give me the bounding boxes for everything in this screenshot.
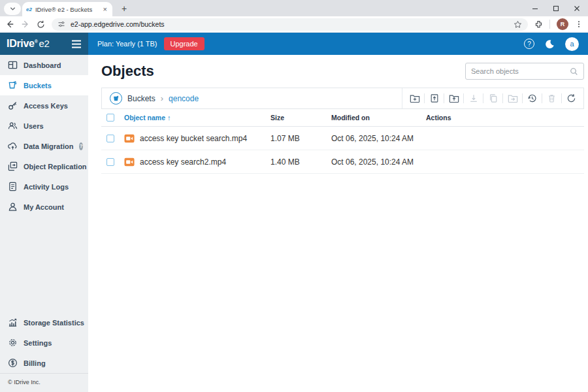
sidebar-item-label: Activity Logs	[24, 183, 69, 191]
sidebar-item-buckets[interactable]: Buckets	[0, 75, 88, 95]
table-header-row: Object name ↑ Size Modified on Actions	[101, 109, 584, 127]
upload-file-button[interactable]	[425, 88, 444, 108]
site-info-icon[interactable]	[57, 20, 65, 28]
breadcrumb-current-bucket[interactable]: qencode	[169, 94, 199, 103]
row-checkbox[interactable]	[106, 135, 114, 142]
reload-button[interactable]	[37, 20, 45, 29]
breadcrumb-separator: ›	[161, 93, 163, 103]
browser-tab-bar: e2 IDrive® e2 - Buckets × +	[0, 0, 588, 16]
url-field[interactable]: e2-app.edgedrive.com/buckets	[52, 18, 528, 31]
gear-icon	[8, 338, 18, 348]
delete-button[interactable]	[542, 88, 561, 108]
upload-folder-button[interactable]	[444, 88, 463, 108]
search-icon[interactable]	[570, 67, 578, 76]
download-button[interactable]	[464, 88, 483, 108]
cloud-migration-icon	[8, 141, 18, 151]
table-row[interactable]: access key search2.mp4 1.40 MB Oct 06, 2…	[101, 150, 584, 174]
move-button[interactable]	[503, 88, 522, 108]
object-name[interactable]: access key search2.mp4	[140, 157, 226, 167]
app-header: IDrive®e2 Plan: Yearly (1 TB) Upgrade ? …	[0, 33, 588, 55]
select-all-checkbox[interactable]	[106, 114, 114, 122]
sidebar-item-access-keys[interactable]: Access Keys	[0, 95, 88, 116]
chevron-down-icon	[10, 6, 16, 12]
refresh-button[interactable]	[562, 88, 581, 108]
breadcrumb-buckets[interactable]: Buckets	[127, 94, 155, 103]
e2-favicon-icon: e2	[26, 7, 32, 12]
url-text: e2-app.edgedrive.com/buckets	[71, 20, 508, 28]
tab-title: IDrive® e2 - Buckets	[35, 6, 99, 13]
window-close-button[interactable]	[574, 5, 580, 12]
main-content: Objects Buckets › qencode	[88, 55, 588, 392]
sidebar-item-activity-logs[interactable]: Activity Logs	[0, 176, 88, 197]
object-size: 1.40 MB	[270, 157, 331, 167]
browser-menu-icon[interactable]	[575, 20, 583, 28]
window-maximize-button[interactable]	[553, 5, 559, 12]
account-avatar[interactable]: a	[565, 37, 579, 51]
sidebar-item-storage-statistics[interactable]: Storage Statistics	[0, 312, 88, 333]
idrive-e2-logo: IDrive®e2	[7, 38, 50, 50]
page-title: Objects	[101, 63, 154, 80]
object-modified: Oct 06, 2025, 10:24 AM	[331, 134, 426, 143]
tab-close-icon[interactable]: ×	[102, 5, 108, 13]
table-row[interactable]: access key bucket search.mp4 1.07 MB Oct…	[101, 127, 584, 150]
sidebar-item-object-replication[interactable]: Object Replication NEW ?	[0, 156, 88, 176]
new-tab-button[interactable]: +	[118, 3, 131, 14]
bar-chart-icon	[8, 318, 18, 327]
activity-logs-icon	[8, 182, 18, 191]
copyright-text: © IDrive Inc.	[0, 373, 88, 392]
sidebar-item-label: Data Migration	[24, 142, 73, 150]
column-header-actions: Actions	[426, 114, 584, 122]
object-size: 1.07 MB	[270, 134, 331, 143]
browser-tab[interactable]: e2 IDrive® e2 - Buckets ×	[22, 2, 112, 16]
object-name[interactable]: access key bucket search.mp4	[140, 134, 247, 143]
video-file-icon	[124, 157, 135, 167]
search-box	[465, 63, 584, 80]
dark-mode-moon-icon[interactable]	[545, 39, 555, 49]
sidebar-item-label: Access Keys	[24, 102, 68, 110]
help-icon[interactable]: ?	[79, 142, 83, 150]
hamburger-menu-icon[interactable]	[71, 40, 82, 48]
column-header-object-name[interactable]: Object name ↑	[124, 114, 270, 122]
sidebar-item-settings[interactable]: Settings	[0, 333, 88, 353]
sidebar-item-label: My Account	[24, 203, 64, 211]
sidebar-item-billing[interactable]: Billing	[0, 353, 88, 373]
versions-history-button[interactable]	[523, 88, 542, 108]
object-toolbar	[402, 88, 583, 108]
browser-profile-avatar[interactable]: R	[557, 18, 568, 30]
video-file-icon	[124, 134, 135, 143]
breadcrumb: Buckets › qencode	[102, 92, 206, 105]
create-folder-button[interactable]	[405, 88, 424, 108]
copy-button[interactable]	[483, 88, 502, 108]
sidebar-item-label: Buckets	[24, 82, 52, 90]
forward-button[interactable]	[21, 20, 30, 29]
replication-icon	[8, 161, 18, 171]
dollar-icon	[8, 358, 18, 368]
tab-search-button[interactable]	[4, 3, 21, 15]
sort-ascending-icon: ↑	[167, 114, 171, 122]
row-checkbox[interactable]	[106, 158, 114, 166]
help-icon[interactable]: ?	[524, 39, 534, 49]
sidebar-item-label: Users	[24, 122, 44, 130]
sidebar-item-users[interactable]: Users	[0, 116, 88, 136]
breadcrumb-toolbar: Buckets › qencode	[101, 88, 584, 109]
back-button[interactable]	[5, 20, 14, 29]
bookmark-star-icon[interactable]	[514, 20, 522, 29]
sidebar-item-label: Storage Statistics	[24, 319, 84, 327]
key-icon	[8, 101, 18, 110]
column-header-modified: Modified on	[331, 114, 426, 122]
sidebar-item-dashboard[interactable]: Dashboard	[0, 55, 88, 75]
search-input[interactable]	[471, 67, 570, 75]
upgrade-button[interactable]: Upgrade	[164, 37, 204, 50]
sidebar-item-my-account[interactable]: My Account	[0, 197, 88, 217]
divider	[549, 20, 550, 29]
logo-area: IDrive®e2	[0, 33, 88, 55]
person-icon	[8, 202, 18, 212]
sidebar-item-label: Billing	[24, 359, 46, 367]
plan-label: Plan: Yearly (1 TB)	[97, 40, 157, 48]
extensions-icon[interactable]	[534, 20, 543, 29]
sidebar-item-data-migration[interactable]: Data Migration ?	[0, 136, 88, 156]
window-minimize-button[interactable]	[532, 5, 538, 12]
bucket-home-icon[interactable]	[110, 92, 122, 105]
users-icon	[8, 121, 18, 131]
bucket-icon	[8, 80, 18, 90]
